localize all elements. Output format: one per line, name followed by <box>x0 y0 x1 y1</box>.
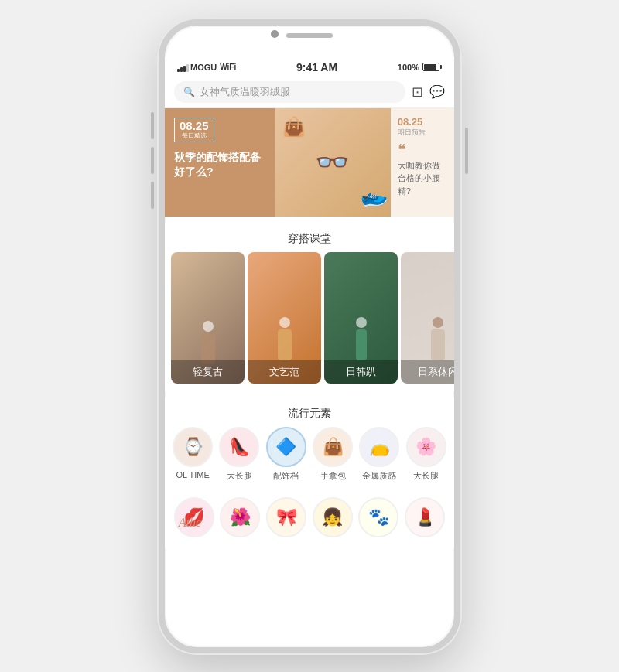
figure-body-0 <box>201 333 215 364</box>
card-label-1: 文艺范 <box>254 365 315 379</box>
chat-button[interactable]: 💬 <box>429 84 445 99</box>
mute-button <box>151 182 154 209</box>
style-card-1[interactable]: 文艺范 <box>248 252 321 384</box>
section1-title: 穿搭课堂 <box>165 223 454 252</box>
figure-body-1 <box>278 329 292 360</box>
element-circle-r2-2: 🎀 <box>266 497 306 537</box>
banner-quote-icon: ❝ <box>398 142 448 158</box>
element-emoji-0: ⌚ <box>183 437 203 457</box>
figure-body-3 <box>431 329 445 360</box>
phone-camera <box>271 30 279 38</box>
battery-pct: 100% <box>398 63 419 72</box>
signal-bar-3 <box>183 66 186 72</box>
element-0[interactable]: ⌚ OL TIME <box>172 427 214 482</box>
element-emoji-r2-4: 🐾 <box>368 507 389 527</box>
card-label-0: 轻复古 <box>177 365 238 379</box>
element-emoji-r2-5: 💄 <box>415 507 436 527</box>
element-circle-0: ⌚ <box>173 427 213 467</box>
banner: 08.25 每日精选 秋季的配饰搭配备好了么? 👓 👟 <box>165 108 454 217</box>
figure-head-0 <box>203 321 214 332</box>
power-button <box>465 128 468 174</box>
card-label-3: 日系休闲 <box>407 365 454 379</box>
element-5[interactable]: 🌸 大长腿 <box>405 427 447 482</box>
carrier-name: MOGU <box>190 63 217 72</box>
element-label-1: 大长腿 <box>227 470 252 482</box>
search-input-wrap[interactable]: 🔍 女神气质温暖羽绒服 <box>174 81 405 103</box>
search-icon: 🔍 <box>183 87 195 97</box>
status-left: MOGU WiFi <box>177 63 236 72</box>
status-time: 9:41 AM <box>296 61 337 73</box>
figure-head-1 <box>279 317 290 328</box>
section2-title: 流行元素 <box>165 397 454 427</box>
element-r2-2[interactable]: 🎀 <box>265 497 308 537</box>
figure-body-2 <box>356 329 367 360</box>
figure-head-2 <box>356 317 367 328</box>
element-label-4: 金属质感 <box>362 470 396 482</box>
element-r2-1[interactable]: 🌺 <box>219 497 262 537</box>
element-circle-r2-1: 🌺 <box>220 497 260 537</box>
athe-text: Athe <box>179 516 201 530</box>
element-circle-1: 👠 <box>219 427 259 467</box>
status-right: 100% <box>398 63 442 72</box>
wifi-label: WiFi <box>220 63 236 71</box>
style-card-3[interactable]: 日系休闲 <box>401 252 454 384</box>
element-emoji-2: 🔷 <box>275 437 296 457</box>
element-emoji-3: 👜 <box>323 437 344 457</box>
phone-wrapper: MOGU WiFi 9:41 AM 100% 🔍 <box>159 19 460 653</box>
element-4[interactable]: 👝 金属质感 <box>358 427 401 482</box>
element-circle-3: 👜 <box>313 427 353 467</box>
element-emoji-r2-2: 🎀 <box>276 507 297 527</box>
banner-product-emoji: 👓 <box>315 146 350 179</box>
element-label-3: 手拿包 <box>320 470 346 482</box>
scroll-content[interactable]: 08.25 每日精选 秋季的配饰搭配备好了么? 👓 👟 <box>165 108 454 641</box>
element-3[interactable]: 👜 手拿包 <box>312 427 354 482</box>
element-emoji-1: 👠 <box>229 437 250 457</box>
phone-frame: MOGU WiFi 9:41 AM 100% 🔍 <box>159 19 460 653</box>
banner-right-text: 大咖教你做合格的小腰精? <box>398 159 448 198</box>
style-cards-row[interactable]: 轻复古 文艺范 <box>165 252 454 384</box>
element-r2-3[interactable]: 👧 <box>311 497 354 537</box>
banner-center: 👓 👟 👜 <box>275 108 391 217</box>
search-text: 女神气质温暖羽绒服 <box>200 85 290 99</box>
section-style-cards: 穿搭课堂 轻复古 <box>165 223 454 391</box>
element-emoji-5: 🌸 <box>416 437 436 457</box>
banner-left: 08.25 每日精选 秋季的配饰搭配备好了么? <box>165 108 275 217</box>
banner-date-main: 08.25 <box>180 120 209 131</box>
phone-speaker <box>286 33 333 38</box>
element-circle-2: 🔷 <box>266 427 306 467</box>
element-2[interactable]: 🔷 配饰档 <box>265 427 307 482</box>
phone-screen: MOGU WiFi 9:41 AM 100% 🔍 <box>165 56 454 647</box>
scan-button[interactable]: ⊡ <box>412 84 423 101</box>
element-label-5: 大长腿 <box>413 470 439 482</box>
signal-bar-2 <box>180 67 183 72</box>
banner-title: 秋季的配饰搭配备好了么? <box>174 150 265 180</box>
banner-right-date: 08.25 <box>398 116 448 128</box>
element-r2-4[interactable]: 🐾 <box>357 497 400 537</box>
element-circle-r2-3: 👧 <box>313 497 353 537</box>
card-label-2: 日韩趴 <box>330 365 392 379</box>
section-elements: 流行元素 ⌚ OL TIME 👠 大长腿 <box>165 397 454 548</box>
element-1[interactable]: 👠 大长腿 <box>218 427 261 482</box>
banner-right: 08.25 明日预告 ❝ 大咖教你做合格的小腰精? <box>391 108 454 217</box>
signal-bar-1 <box>177 69 180 72</box>
element-r2-5[interactable]: 💄 <box>404 497 446 537</box>
signal-bars <box>177 63 189 72</box>
element-emoji-r2-3: 👧 <box>322 507 343 527</box>
element-label-0: OL TIME <box>176 470 209 479</box>
elements-grid: ⌚ OL TIME 👠 大长腿 🔷 <box>165 427 454 485</box>
style-card-0[interactable]: 轻复古 <box>171 252 245 384</box>
figure-head-3 <box>433 317 443 328</box>
status-bar: MOGU WiFi 9:41 AM 100% <box>165 56 454 77</box>
element-circle-r2-4: 🐾 <box>358 497 398 537</box>
element-circle-r2-0: 💋 Athe <box>174 497 214 537</box>
banner-bag-emoji: 👜 <box>282 116 306 137</box>
element-emoji-r2-1: 🌺 <box>230 507 251 527</box>
element-circle-4: 👝 <box>359 427 399 467</box>
style-card-2[interactable]: 日韩趴 <box>324 252 398 384</box>
signal-bar-4 <box>186 64 189 72</box>
banner-date-box: 08.25 每日精选 <box>174 118 214 142</box>
element-label-2: 配饰档 <box>273 470 299 482</box>
element-r2-0[interactable]: 💋 Athe <box>173 497 215 537</box>
element-circle-r2-5: 💄 <box>405 497 445 537</box>
search-bar: 🔍 女神气质温暖羽绒服 ⊡ 💬 <box>165 77 454 108</box>
